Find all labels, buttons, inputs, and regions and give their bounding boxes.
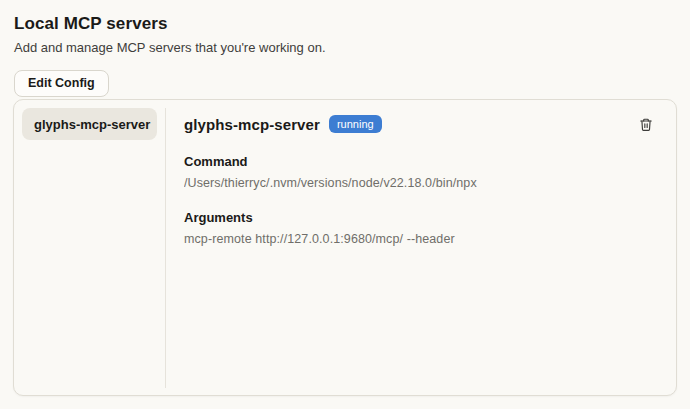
command-field: Command /Users/thierryc/.nvm/versions/no…: [184, 154, 656, 190]
arguments-label: Arguments: [184, 210, 656, 225]
server-list-sidebar: glyphs-mcp-server: [14, 100, 165, 395]
page-title: Local MCP servers: [14, 14, 676, 34]
arguments-value: mcp-remote http://127.0.0.1:9680/mcp/ --…: [184, 232, 656, 246]
server-panel: glyphs-mcp-server glyphs-mcp-server runn…: [13, 99, 677, 396]
server-detail-header: glyphs-mcp-server running: [184, 114, 656, 134]
page-header: Local MCP servers Add and manage MCP ser…: [0, 0, 690, 97]
server-name: glyphs-mcp-server: [184, 116, 320, 133]
local-mcp-servers-page: Local MCP servers Add and manage MCP ser…: [0, 0, 690, 409]
arguments-field: Arguments mcp-remote http://127.0.0.1:96…: [184, 210, 656, 246]
delete-server-button[interactable]: [636, 114, 656, 134]
sidebar-item-glyphs-mcp-server[interactable]: glyphs-mcp-server: [22, 108, 157, 140]
command-label: Command: [184, 154, 656, 169]
command-value: /Users/thierryc/.nvm/versions/node/v22.1…: [184, 176, 656, 190]
server-detail-pane: glyphs-mcp-server running: [166, 100, 676, 395]
status-badge: running: [329, 115, 382, 133]
edit-config-button[interactable]: Edit Config: [14, 70, 109, 97]
trash-icon: [639, 117, 653, 132]
page-subtitle: Add and manage MCP servers that you're w…: [14, 40, 676, 55]
